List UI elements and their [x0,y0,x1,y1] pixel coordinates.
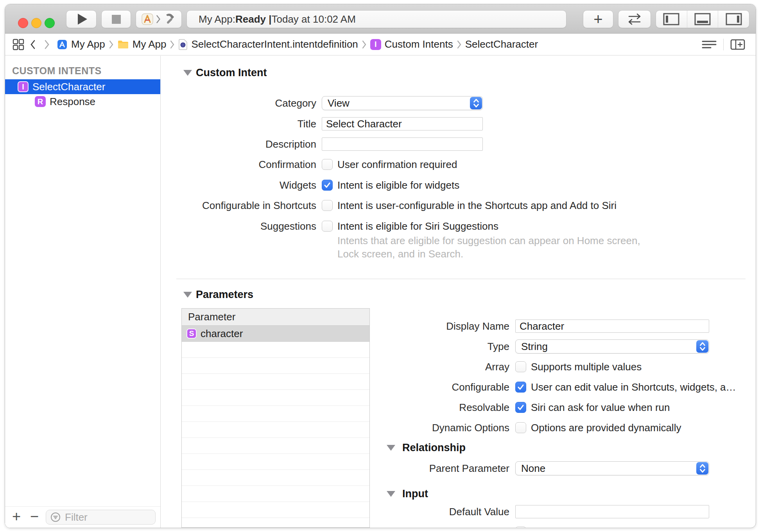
resolvable-label: Resolvable [345,402,509,414]
configurable-checkbox[interactable] [515,382,526,393]
intent-badge-icon: I [18,81,29,92]
empty-table-row [182,358,369,374]
description-label: Description [152,138,316,150]
adjust-editor-icon[interactable] [701,39,717,50]
sidebar-item-response[interactable]: R Response [5,94,160,109]
sidebar-footer: + − [5,506,160,528]
empty-table-row [182,390,369,406]
scheme-selector-button[interactable] [136,10,182,28]
type-value: String [521,341,548,353]
breadcrumb-label: SelectCharacter [465,38,538,50]
parent-parameter-popup[interactable]: None [515,461,709,475]
stop-button[interactable] [101,10,131,28]
forward-chevron-icon[interactable] [44,40,50,49]
sidebar-section-header: CUSTOM INTENTS [12,65,102,77]
breadcrumb-separator-icon [170,40,174,49]
custom-intent-disclosure-triangle[interactable] [183,70,192,76]
breadcrumb-label: SelectCharacterIntent.intentdefinition [191,38,358,50]
left-panel-icon [663,12,680,26]
widgets-checkbox[interactable] [322,180,333,191]
status-time: Today at 10:02 AM [271,13,355,25]
widgets-checkbox-label: Intent is eligible for widgets [337,179,459,191]
run-button[interactable] [66,10,97,28]
input-section-header: Input [402,488,428,500]
title-input[interactable] [322,117,483,130]
panel-toggle-group [656,10,749,28]
suggestions-checkbox[interactable] [322,221,333,232]
toggle-debug-area-button[interactable] [687,11,718,28]
configurable-shortcuts-checkbox[interactable] [322,200,333,211]
breadcrumb-group[interactable]: My App [117,38,167,50]
add-intent-button[interactable]: + [12,508,21,525]
confirmation-checkbox[interactable] [322,159,333,170]
breadcrumb-intent-group[interactable]: I Custom Intents [370,38,453,50]
sidebar-item-selectcharacter[interactable]: I SelectCharacter [5,79,160,94]
intent-file-icon [178,39,188,50]
response-badge-icon: R [35,96,46,107]
related-items-icon[interactable] [12,38,25,51]
widgets-label: Widgets [152,179,316,191]
title-label: Title [152,118,316,130]
app-scheme-icon [141,13,154,25]
filter-input[interactable] [64,511,151,524]
close-window-button[interactable] [18,18,28,28]
filter-icon [50,512,61,523]
toggle-inspector-button[interactable] [718,11,749,28]
remove-intent-button[interactable]: − [30,508,39,525]
parameter-name: character [201,328,243,340]
empty-table-row [182,406,369,422]
chevron-right-icon [156,15,161,23]
configurable-shortcuts-checkbox-label: Intent is user-configurable in the Short… [337,200,617,212]
stop-icon [112,15,121,24]
resolvable-checkbox[interactable] [515,402,526,413]
zoom-window-button[interactable] [45,18,55,28]
xcode-window: My App: Ready | Today at 10:02 AM + [5,4,756,528]
relationship-disclosure-triangle[interactable] [387,445,395,451]
parameter-row-character[interactable]: S character [182,326,369,342]
intents-sidebar: CUSTOM INTENTS I SelectCharacter R Respo… [5,56,161,528]
parent-parameter-value: None [521,462,545,475]
breadcrumb-intent[interactable]: SelectCharacter [465,38,538,50]
add-editor-icon[interactable] [730,38,746,51]
empty-table-row [182,470,369,486]
type-label: Type [345,341,509,353]
parameters-table: Parameter S character [181,308,370,528]
configurable-shortcuts-label: Configurable in Shortcuts [152,200,316,212]
parent-parameter-label: Parent Parameter [345,462,509,475]
parameters-disclosure-triangle[interactable] [183,292,192,298]
dynamic-options-checkbox[interactable] [515,422,526,433]
confirmation-label: Confirmation [152,159,316,171]
section-divider [176,278,746,279]
minimize-window-button[interactable] [31,18,41,28]
configurable-checkbox-label: User can edit value in Shortcuts, widget… [531,381,736,393]
intent-badge-icon: I [370,39,381,50]
array-label: Array [345,361,509,373]
breadcrumb-project[interactable]: My App [57,38,105,50]
description-input[interactable] [322,137,483,151]
category-popup[interactable]: View [322,96,483,110]
code-review-button[interactable] [618,10,651,28]
library-add-button[interactable]: + [583,10,613,28]
configurable-label: Configurable [345,381,509,393]
status-project: My App: [199,13,235,25]
breadcrumb-label: My App [71,38,105,50]
bottom-panel-icon [694,12,711,26]
empty-table-row [182,374,369,390]
popup-stepper-icon [696,462,708,475]
type-popup[interactable]: String [515,339,709,353]
array-checkbox-label: Supports multiple values [531,361,642,373]
filter-field[interactable] [46,510,156,525]
default-value-label: Default Value [345,506,509,518]
dynamic-options-label: Dynamic Options [345,422,509,434]
suggestions-help-text: Intents that are eligible for suggestion… [337,234,640,261]
display-name-input[interactable] [515,320,709,333]
toggle-navigator-button[interactable] [656,11,687,28]
empty-table-row [182,342,369,358]
toolbar: My App: Ready | Today at 10:02 AM + [5,4,756,34]
sidebar-item-label: SelectCharacter [32,81,105,93]
back-chevron-icon[interactable] [30,40,36,49]
array-checkbox[interactable] [515,361,526,372]
breadcrumb-file[interactable]: SelectCharacterIntent.intentdefinition [178,38,358,50]
default-value-input[interactable] [515,505,709,518]
input-disclosure-triangle[interactable] [387,491,395,497]
